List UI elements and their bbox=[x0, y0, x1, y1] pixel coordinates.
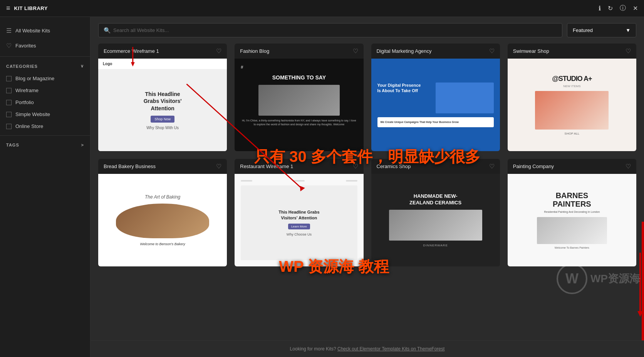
kit-card-swimwear-shop[interactable]: Swimwear Shop ♡ @STUDIO A+ NEW ITEMS SHO… bbox=[508, 44, 636, 151]
menu-icon[interactable]: ≡ bbox=[6, 4, 10, 12]
category-portfolio-label: Portfolio bbox=[15, 99, 34, 105]
kit-card-restaurant-wireframe[interactable]: Restaurant Wireframe 1 ♡ This Headline G… bbox=[235, 159, 363, 266]
favorites-label: Favorites bbox=[15, 43, 36, 49]
card-preview-4: @STUDIO A+ NEW ITEMS SHOP ALL bbox=[508, 59, 636, 151]
footer-link[interactable]: Check out Elementor Template Kits on The… bbox=[337, 346, 444, 352]
grid-wrapper: 只有 30 多个套件，明显缺少很多 WP 资源海 教程 W WP资源海 bbox=[91, 44, 644, 340]
grid-icon: ☰ bbox=[6, 27, 12, 34]
card-header-8: Painting Company ♡ bbox=[508, 159, 636, 174]
refresh-icon[interactable]: ↻ bbox=[608, 5, 613, 12]
card-header-2: Fashion Blog ♡ bbox=[235, 44, 363, 59]
card-preview-1: Logo This HeadlineGrabs Visitors'Attenti… bbox=[98, 59, 227, 151]
favorite-icon-2[interactable]: ♡ bbox=[353, 47, 358, 55]
search-input-wrapper: 🔍 bbox=[98, 23, 562, 37]
category-blog-label: Blog or Magazine bbox=[15, 76, 54, 81]
card-title-2: Fashion Blog bbox=[240, 48, 269, 54]
card-title-3: Digital Marketing Agency bbox=[377, 48, 432, 54]
sidebar-item-all-kits[interactable]: ☰ All Website Kits bbox=[0, 23, 90, 38]
all-kits-label: All Website Kits bbox=[15, 28, 50, 34]
favorite-icon-1[interactable]: ♡ bbox=[216, 47, 221, 55]
info-icon[interactable]: ℹ bbox=[599, 5, 601, 12]
top-bar: ≡ KIT LIBRARY ℹ ↻ ⓘ ✕ bbox=[0, 0, 644, 17]
tags-arrow-icon: > bbox=[81, 143, 84, 147]
card-title-8: Painting Company bbox=[513, 163, 554, 169]
kit-card-painting-company[interactable]: Painting Company ♡ BARNESPAINTERS Reside… bbox=[508, 159, 636, 266]
content-footer: Looking for more Kits? Check out Element… bbox=[91, 340, 644, 357]
footer-text: Looking for more Kits? bbox=[290, 346, 336, 352]
favorite-icon-4[interactable]: ♡ bbox=[626, 47, 631, 55]
card-preview-8: BARNESPAINTERS Residential Painting And … bbox=[508, 174, 636, 266]
card-header-4: Swimwear Shop ♡ bbox=[508, 44, 636, 59]
kit-card-digital-marketing[interactable]: Digital Marketing Agency ♡ Your Digital … bbox=[371, 44, 500, 151]
card-title-4: Swimwear Shop bbox=[513, 48, 549, 54]
main-layout: ☰ All Website Kits ♡ Favorites CATEGORIE… bbox=[0, 17, 644, 357]
card-preview-6: This Headline GrabsVisitors' Attention L… bbox=[235, 174, 363, 266]
close-icon[interactable]: ✕ bbox=[633, 5, 638, 12]
card-title-7: Ceramics Shop bbox=[377, 163, 411, 169]
checkbox-wireframe[interactable] bbox=[6, 88, 12, 93]
checkbox-portfolio[interactable] bbox=[6, 100, 12, 105]
favorite-icon-6[interactable]: ♡ bbox=[353, 163, 358, 170]
card-preview-5: The Art of Baking Welcome to Benson's Ba… bbox=[98, 174, 227, 266]
kit-grid: Ecommerce Wireframe 1 ♡ Logo This Headli… bbox=[91, 44, 644, 340]
kit-card-ecommerce-wireframe-1[interactable]: Ecommerce Wireframe 1 ♡ Logo This Headli… bbox=[98, 44, 227, 151]
categories-arrow-icon: ∨ bbox=[80, 64, 84, 69]
category-simple-website-label: Simple Website bbox=[15, 111, 50, 117]
checkbox-simple-website[interactable] bbox=[6, 112, 12, 117]
checkbox-online-store[interactable] bbox=[6, 124, 12, 129]
category-simple-website[interactable]: Simple Website bbox=[0, 108, 90, 120]
card-preview-2: # SOMETHING TO SAY Hi, I'm Chloe, a thir… bbox=[235, 59, 363, 151]
favorite-icon-8[interactable]: ♡ bbox=[626, 163, 631, 170]
info2-icon[interactable]: ⓘ bbox=[620, 4, 626, 12]
filter-label: Featured bbox=[573, 27, 593, 33]
kit-card-ceramics-shop[interactable]: Ceramics Shop ♡ HANDMADE NEW-ZEALAND CER… bbox=[371, 159, 500, 266]
content: 🔍 Featured ▼ bbox=[91, 17, 644, 357]
card-preview-7: HANDMADE NEW-ZEALAND CERAMICS DINNERWARE bbox=[371, 174, 500, 266]
category-online-store-label: Online Store bbox=[15, 123, 43, 129]
category-portfolio[interactable]: Portfolio bbox=[0, 96, 90, 108]
app-title: KIT LIBRARY bbox=[14, 5, 48, 11]
card-title-6: Restaurant Wireframe 1 bbox=[240, 163, 293, 169]
kit-card-fashion-blog[interactable]: Fashion Blog ♡ # SOMETHING TO SAY Hi, I'… bbox=[235, 44, 363, 151]
filter-arrow-icon: ▼ bbox=[626, 27, 631, 33]
tags-header[interactable]: TAGS > bbox=[0, 139, 90, 151]
sidebar-item-favorites[interactable]: ♡ Favorites bbox=[0, 38, 90, 53]
category-wireframe[interactable]: Wireframe bbox=[0, 84, 90, 96]
red-border-right bbox=[642, 222, 644, 340]
filter-dropdown[interactable]: Featured ▼ bbox=[567, 23, 636, 37]
card-header-6: Restaurant Wireframe 1 ♡ bbox=[235, 159, 363, 174]
search-bar: 🔍 Featured ▼ bbox=[91, 17, 644, 44]
checkbox-blog[interactable] bbox=[6, 76, 12, 81]
top-bar-icons: ℹ ↻ ⓘ ✕ bbox=[599, 4, 638, 12]
top-bar-left: ≡ KIT LIBRARY bbox=[6, 4, 48, 12]
heart-outline-icon: ♡ bbox=[6, 42, 12, 49]
card-header-1: Ecommerce Wireframe 1 ♡ bbox=[98, 44, 227, 59]
card-title-1: Ecommerce Wireframe 1 bbox=[104, 48, 159, 54]
category-wireframe-label: Wireframe bbox=[15, 88, 39, 93]
sidebar-divider bbox=[0, 56, 90, 57]
sidebar-divider-2 bbox=[0, 135, 90, 136]
favorite-icon-5[interactable]: ♡ bbox=[216, 163, 221, 170]
sidebar: ☰ All Website Kits ♡ Favorites CATEGORIE… bbox=[0, 17, 91, 357]
favorite-icon-3[interactable]: ♡ bbox=[489, 47, 495, 55]
card-title-5: Bread Bakery Business bbox=[104, 163, 156, 169]
favorite-icon-7[interactable]: ♡ bbox=[489, 163, 495, 170]
search-input[interactable] bbox=[98, 23, 562, 37]
search-icon: 🔍 bbox=[104, 27, 111, 34]
kit-card-bread-bakery[interactable]: Bread Bakery Business ♡ The Art of Bakin… bbox=[98, 159, 227, 266]
card-preview-3: Your Digital PresenceIs About To Take Of… bbox=[371, 59, 500, 151]
category-blog[interactable]: Blog or Magazine bbox=[0, 72, 90, 84]
categories-header[interactable]: CATEGORIES ∨ bbox=[0, 60, 90, 72]
tags-label: TAGS bbox=[6, 143, 19, 147]
categories-label: CATEGORIES bbox=[6, 64, 38, 69]
card-header-3: Digital Marketing Agency ♡ bbox=[371, 44, 500, 59]
category-online-store[interactable]: Online Store bbox=[0, 120, 90, 132]
card-header-5: Bread Bakery Business ♡ bbox=[98, 159, 227, 174]
card-header-7: Ceramics Shop ♡ bbox=[371, 159, 500, 174]
